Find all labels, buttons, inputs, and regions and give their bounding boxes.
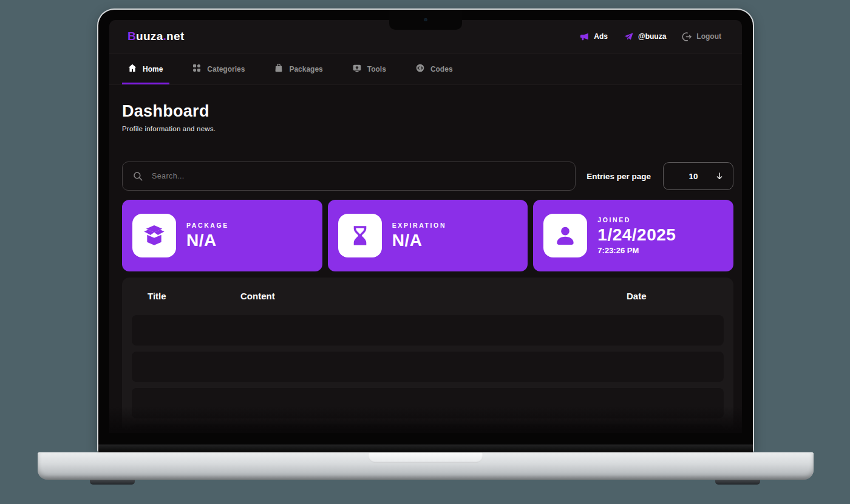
home-icon <box>127 63 137 75</box>
package-card-label: PACKAGE <box>186 222 229 229</box>
nav-item-home[interactable]: Home <box>127 63 163 75</box>
table-header-row: Title Content Date <box>122 291 733 302</box>
nav-item-packages[interactable]: Packages <box>274 63 322 75</box>
base-thumb-notch <box>369 452 483 463</box>
package-card-value: N/A <box>186 231 229 250</box>
joined-card: JOINED 1/24/2025 7:23:26 PM <box>533 200 733 271</box>
package-box-icon <box>132 214 176 257</box>
entries-per-page-label: Entries per page <box>586 172 651 181</box>
package-card-text: PACKAGE N/A <box>186 222 229 250</box>
stat-cards: PACKAGE N/A EXPIRATION N/A <box>122 200 733 271</box>
joined-card-time: 7:23:26 PM <box>597 246 676 255</box>
logout-label: Logout <box>696 32 721 41</box>
brand-name: uuza <box>136 30 163 43</box>
telegram-icon <box>624 32 634 42</box>
table-header-date: Date <box>627 291 733 302</box>
telegram-link[interactable]: @buuza <box>624 32 666 42</box>
nav-item-categories[interactable]: Categories <box>192 63 245 75</box>
joined-card-value: 1/24/2025 <box>597 225 676 245</box>
megaphone-icon <box>579 32 590 42</box>
expiration-card-text: EXPIRATION N/A <box>392 222 446 250</box>
joined-card-text: JOINED 1/24/2025 7:23:26 PM <box>597 216 676 255</box>
table-rows <box>122 315 733 433</box>
nav-item-codes[interactable]: Codes <box>415 63 453 75</box>
table-row <box>132 424 724 433</box>
ads-link[interactable]: Ads <box>579 32 608 42</box>
expiration-card-value: N/A <box>392 231 446 250</box>
arrow-down-icon <box>715 171 733 182</box>
categories-icon <box>192 63 202 75</box>
nav-label-categories: Categories <box>207 65 245 73</box>
controls-row: Entries per page 10 <box>122 162 733 191</box>
header-actions: Ads @buuza Logout <box>579 32 721 42</box>
table-header-title: Title <box>148 291 240 302</box>
nav-label-packages: Packages <box>289 65 322 73</box>
page-subtitle: Profile information and news. <box>122 125 733 132</box>
logout-icon <box>682 32 692 42</box>
brand-letter: B <box>127 30 136 43</box>
main-nav: Home Categories Packages Tools <box>109 53 742 85</box>
main-content: Dashboard Profile information and news. … <box>109 85 742 433</box>
laptop-base <box>38 452 814 480</box>
active-tab-underline <box>122 83 169 84</box>
nav-label-tools: Tools <box>367 65 386 73</box>
table-row <box>132 315 724 346</box>
search-icon <box>132 171 143 184</box>
page-title: Dashboard <box>122 102 733 121</box>
webpage: Buuza.net Ads @buuza <box>109 20 742 433</box>
brand-tld: net <box>166 30 184 43</box>
shopping-bag-icon <box>274 63 284 75</box>
brand-logo[interactable]: Buuza.net <box>127 30 185 43</box>
expiration-card-label: EXPIRATION <box>392 222 446 229</box>
entries-value: 10 <box>664 172 715 181</box>
webcam-icon <box>424 18 427 21</box>
user-icon <box>543 214 587 257</box>
tools-icon <box>352 63 362 75</box>
table-row <box>132 388 724 418</box>
laptop-screen: Buuza.net Ads @buuza <box>97 9 754 452</box>
table-header-content: Content <box>240 291 627 302</box>
telegram-label: @buuza <box>638 32 666 41</box>
code-icon <box>415 63 425 75</box>
logout-button[interactable]: Logout <box>682 32 721 42</box>
hourglass-icon <box>338 214 382 257</box>
joined-card-label: JOINED <box>597 216 676 223</box>
nav-item-tools[interactable]: Tools <box>352 63 386 75</box>
search-box <box>122 162 576 191</box>
table-row <box>132 352 724 382</box>
search-input[interactable] <box>122 162 576 191</box>
package-card: PACKAGE N/A <box>122 200 322 271</box>
news-table-panel: Title Content Date <box>122 278 733 433</box>
entries-per-page-select[interactable]: 10 <box>663 162 733 190</box>
camera-notch <box>389 10 462 30</box>
screen-hinge <box>98 444 753 452</box>
nav-label-home: Home <box>143 65 163 73</box>
expiration-card: EXPIRATION N/A <box>328 200 528 271</box>
nav-label-codes: Codes <box>430 65 453 73</box>
ads-label: Ads <box>594 32 608 41</box>
